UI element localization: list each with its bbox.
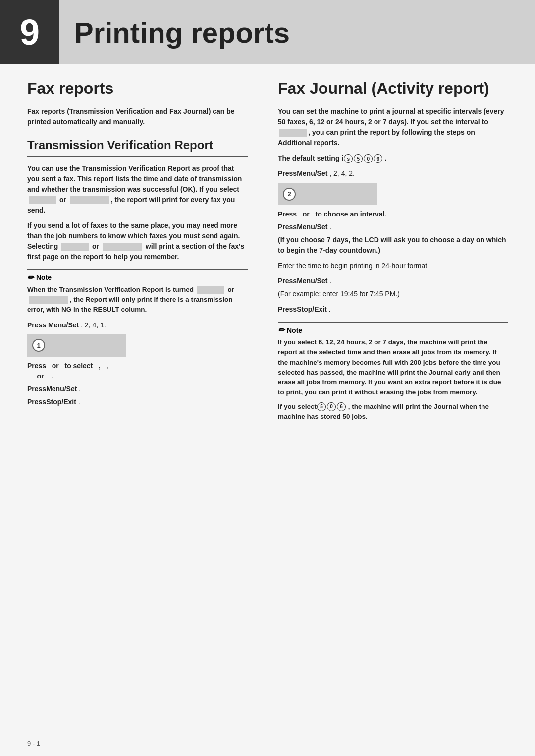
page: 9 Printing reports Fax reports Fax repor… [0, 0, 535, 756]
note-label-right: ✏ Note [278, 325, 508, 335]
default-setting-line: The default setting is506 . [278, 153, 508, 163]
note-icon-right: ✏ [278, 325, 284, 335]
chapter-number: 9 [20, 12, 40, 53]
page-number: 9 - 1 [27, 740, 40, 747]
section-divider-1 [27, 156, 248, 157]
left-column: Fax reports Fax reports (Transmission Ve… [27, 79, 268, 427]
note-icon-left: ✏ [27, 273, 34, 282]
note-text-right-2: If you select506 , the machine will prin… [278, 402, 508, 422]
seven-day-note: (If you choose 7 days, the LCD will ask … [278, 235, 508, 256]
enter-time-text: Enter the time to begin printing in 24-h… [278, 261, 508, 271]
chapter-number-block: 9 [0, 0, 59, 64]
press-menu-set-4: PressMenu/Set . [278, 222, 508, 232]
press-stop-exit-2: PressStop/Exit . [278, 304, 508, 315]
footer: 9 - 1 [27, 740, 40, 747]
fax-reports-title: Fax reports [27, 79, 248, 98]
fax-journal-title: Fax Journal (Activity report) [278, 79, 508, 98]
step-circle-2: 2 [283, 188, 296, 201]
transmission-text-2: If you send a lot of faxes to the same p… [27, 220, 248, 262]
note-text-right-1: If you select 6, 12, 24 hours, 2 or 7 da… [278, 337, 508, 398]
press-or-interval: Press or to choose an interval. [278, 209, 508, 219]
note-text-left: When the Transmission Verification Repor… [27, 285, 248, 315]
transmission-text-1: You can use the Transmission Verificatio… [27, 163, 248, 216]
right-column: Fax Journal (Activity report) You can se… [268, 79, 508, 427]
press-menu-set-1: Press Menu/Set , 2, 4, 1. [27, 320, 248, 330]
note-box-left: ✏ Note When the Transmission Verificatio… [27, 269, 248, 315]
step-box-2: 2 [278, 183, 377, 205]
press-menu-set-3: PressMenu/Set , 2, 4, 2. [278, 168, 508, 179]
press-or-select: Press or to select , , or . [27, 361, 248, 381]
example-text: (For example: enter 19:45 for 7:45 PM.) [278, 289, 508, 299]
transmission-verification-title: Transmission Verification Report [27, 138, 248, 153]
header-banner: 9 Printing reports [0, 0, 535, 64]
step-circle-1: 1 [32, 339, 45, 352]
press-stop-exit-1: PressStop/Exit . [27, 397, 248, 407]
step-box-1: 1 [27, 334, 126, 357]
chapter-title: Printing reports [59, 16, 290, 49]
note-label-left: ✏ Note [27, 273, 248, 282]
press-menu-set-2: PressMenu/Set . [27, 384, 248, 394]
note-box-right: ✏ Note If you select 6, 12, 24 hours, 2 … [278, 322, 508, 422]
main-content: Fax reports Fax reports (Transmission Ve… [0, 64, 535, 446]
fax-journal-intro: You can set the machine to print a journ… [278, 107, 508, 148]
press-menu-set-5: PressMenu/Set . [278, 276, 508, 286]
fax-reports-intro: Fax reports (Transmission Verification a… [27, 107, 248, 127]
